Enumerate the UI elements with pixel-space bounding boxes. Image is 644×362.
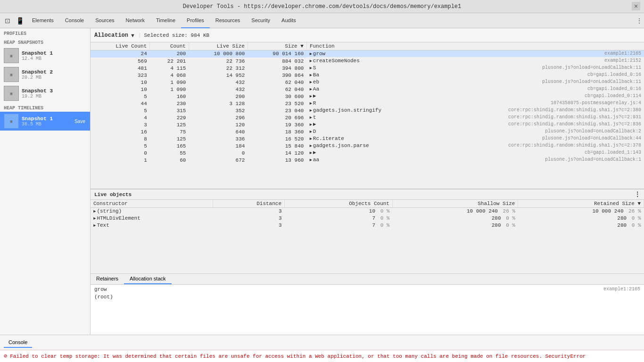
alloc-cell-fn: ►grow example1:2165: [306, 50, 644, 58]
alloc-cell-count: 1 090: [150, 86, 189, 93]
fn-source-link[interactable]: core:rpc:shindig.random:shindig.sha1.js?…: [508, 143, 641, 148]
fn-source-link[interactable]: plusone.js?onload=onLoadCallback:11: [542, 65, 641, 71]
alloc-row[interactable]: 44 230 3 128 23 520 ►R 1074358075-postme…: [91, 100, 644, 107]
live-col-objects-count[interactable]: Objects Count: [285, 200, 393, 208]
live-row[interactable]: ►(string) 3 10 0 % 10 000 240 26 % 10 00…: [91, 208, 644, 215]
panel-row-grow-link[interactable]: example1:2165: [603, 287, 640, 292]
alloc-cell-count: 165: [150, 142, 189, 149]
tab-menu-button[interactable]: ⋮: [635, 16, 644, 25]
alloc-cell-size: 15 840: [248, 142, 306, 149]
tab-timeline[interactable]: Timeline: [150, 13, 181, 28]
fn-source-link[interactable]: core:rpc:shindig.random:shindig.sha1.js?…: [508, 122, 641, 127]
devtools-icon-2[interactable]: 📱: [14, 15, 25, 26]
col-live-count[interactable]: Live Count: [91, 42, 150, 50]
alloc-row[interactable]: 16 75 640 18 360 ►D plusone.js?onload=on…: [91, 128, 644, 135]
tab-profiles[interactable]: Profiles: [181, 13, 210, 28]
live-row[interactable]: ►Text 3 7 0 % 280 0 % 280 0 %: [91, 222, 644, 229]
tab-sources[interactable]: Sources: [90, 13, 120, 28]
alloc-cell-size: 62 040: [248, 86, 306, 93]
alloc-cell-fn: ►S plusone.js?onload=onLoadCallback:11: [306, 65, 644, 72]
alloc-row[interactable]: 5 315 352 23 040 ►gadgets.json.stringify…: [91, 107, 644, 114]
fn-label: ►Ba: [309, 72, 319, 78]
timeline-item-1[interactable]: ▣ Snapshot 1 36.5 MB Save: [0, 112, 90, 131]
console-bar: Console: [0, 335, 644, 350]
tab-allocation-stack[interactable]: Allocation stack: [124, 274, 171, 284]
alloc-row[interactable]: 8 125 336 16 520 ►Rc.iterate plusone.js?…: [91, 135, 644, 142]
live-col-retained-size[interactable]: Retained Size ▼: [518, 200, 644, 208]
alloc-row[interactable]: 3 125 120 19 360 ►► core:rpc:shindig.ran…: [91, 121, 644, 128]
alloc-row[interactable]: 323 4 068 14 952 390 864 ►Ba cb=gapi.loa…: [91, 72, 644, 79]
close-button[interactable]: ×: [632, 2, 640, 10]
tab-security[interactable]: Security: [246, 13, 276, 28]
devtools-icon-1[interactable]: ⊡: [2, 15, 13, 26]
alloc-row[interactable]: 5 160 200 30 600 ►► cb=gapi.loaded_0:114: [91, 93, 644, 100]
fn-source-link[interactable]: core:rpc:shindig.random:shindig.sha1.js?…: [508, 115, 641, 120]
alloc-row[interactable]: 5 165 184 15 840 ►gadgets.json.parse cor…: [91, 142, 644, 149]
fn-label: ►►: [309, 150, 316, 156]
console-tab[interactable]: Console: [4, 337, 32, 348]
live-objects-table: Constructor Distance Objects Count Shall…: [91, 200, 644, 229]
alloc-row[interactable]: 0 55 0 14 120 ►► cb=gapi.loaded_1:143: [91, 149, 644, 156]
live-row[interactable]: ►HTMLDivElement 3 7 0 % 280 0 % 280 0 %: [91, 215, 644, 222]
live-col-distance[interactable]: Distance: [213, 200, 284, 208]
live-col-constructor[interactable]: Constructor: [91, 200, 213, 208]
fn-source-link[interactable]: cb=gapi.loaded_1:143: [585, 150, 641, 156]
allocation-title: Allocation: [94, 32, 128, 39]
fn-source-link[interactable]: core:rpc:shindig.random:shindig.sha1.js?…: [508, 107, 641, 113]
alloc-row[interactable]: 10 1 090 432 62 040 ►eb plusone.js?onloa…: [91, 79, 644, 86]
fn-source-link[interactable]: 1074358075-postmessagerelay.js:4: [551, 100, 641, 106]
bottom-panel: Retainers Allocation stack grow example1…: [91, 273, 644, 335]
allocation-dropdown[interactable]: ▼: [130, 33, 135, 38]
fn-source-link[interactable]: plusone.js?onload=onLoadCallback:11: [542, 79, 641, 85]
fn-source-link[interactable]: plusone.js?onload=onLoadCallback:2: [545, 129, 641, 134]
snapshot-item-2[interactable]: ▣ Snapshot 2 20.2 MB: [0, 65, 90, 84]
col-size[interactable]: Size ▼: [248, 42, 306, 50]
timeline-save-button[interactable]: Save: [74, 119, 86, 124]
fn-label: ►S: [309, 65, 316, 71]
live-objects-table-container[interactable]: Constructor Distance Objects Count Shall…: [91, 200, 644, 273]
alloc-row[interactable]: 569 22 201 22 736 884 032 ►createSomeNod…: [91, 58, 644, 65]
col-count[interactable]: Count: [150, 42, 189, 50]
alloc-row[interactable]: 4 229 296 20 696 ►t core:rpc:shindig.ran…: [91, 114, 644, 121]
alloc-cell-live-count: 5: [91, 107, 150, 114]
alloc-row[interactable]: 481 4 115 22 312 394 800 ►S plusone.js?o…: [91, 65, 644, 72]
tab-retainers[interactable]: Retainers: [91, 274, 124, 284]
alloc-row[interactable]: 1 60 672 13 960 ►aa plusone.js?onload=on…: [91, 156, 644, 164]
allocation-table-container[interactable]: Live Count Count Live Size Size ▼ Functi…: [91, 42, 644, 189]
alloc-cell-size: 19 360: [248, 121, 306, 128]
alloc-cell-size: 20 696: [248, 114, 306, 121]
snapshot-item-1[interactable]: ▣ Snapshot 1 12.4 MB: [0, 46, 90, 65]
fn-source-link[interactable]: example1:2152: [604, 58, 641, 64]
tab-resources[interactable]: Resources: [210, 13, 246, 28]
snapshot-icon-1: ▣: [4, 48, 19, 63]
fn-source-link[interactable]: cb=gapi.loaded_0:16: [587, 72, 641, 78]
col-function[interactable]: Function: [306, 42, 644, 50]
fn-source-link[interactable]: cb=gapi.loaded_0:16: [587, 86, 641, 92]
tab-console[interactable]: Console: [59, 13, 90, 28]
alloc-cell-live-size: 10 000 800: [189, 50, 248, 58]
fn-source-link[interactable]: plusone.js?onload=onLoadCallback:44: [542, 136, 641, 141]
live-col-shallow-size[interactable]: Shallow Size: [392, 200, 518, 208]
fn-source-link[interactable]: example1:2165: [604, 51, 641, 57]
heap-timelines-title: HEAP TIMELINES: [0, 103, 90, 112]
tab-network[interactable]: Network: [120, 13, 150, 28]
live-objects-expand-icon[interactable]: ⋮: [635, 191, 640, 198]
allocation-header: Allocation ▼ | Selected size: 984 KB: [91, 28, 644, 42]
col-live-size[interactable]: Live Size: [189, 42, 248, 50]
snapshot-item-3[interactable]: ▣ Snapshot 3 19.2 MB: [0, 84, 90, 103]
alloc-cell-live-count: 10: [91, 86, 150, 93]
alloc-cell-live-count: 569: [91, 58, 150, 65]
fn-source-link[interactable]: cb=gapi.loaded_0:114: [585, 93, 641, 99]
alloc-cell-count: 229: [150, 114, 189, 121]
fn-source-link[interactable]: plusone.js?onload=onLoadCallback:1: [545, 157, 641, 163]
alloc-row[interactable]: 10 1 090 432 62 040 ►Aa cb=gapi.loaded_0…: [91, 86, 644, 93]
alloc-cell-live-size: 22 312: [189, 65, 248, 72]
alloc-row[interactable]: 24 200 10 000 800 90 014 160 ►grow examp…: [91, 50, 644, 58]
alloc-cell-live-count: 0: [91, 149, 150, 156]
alloc-cell-live-count: 16: [91, 128, 150, 135]
tab-elements[interactable]: Elements: [26, 13, 59, 28]
alloc-cell-size: 394 800: [248, 65, 306, 72]
tab-audits[interactable]: Audits: [276, 13, 302, 28]
snapshot-info-2: Snapshot 2 20.2 MB: [22, 69, 86, 80]
alloc-cell-count: 4 115: [150, 65, 189, 72]
